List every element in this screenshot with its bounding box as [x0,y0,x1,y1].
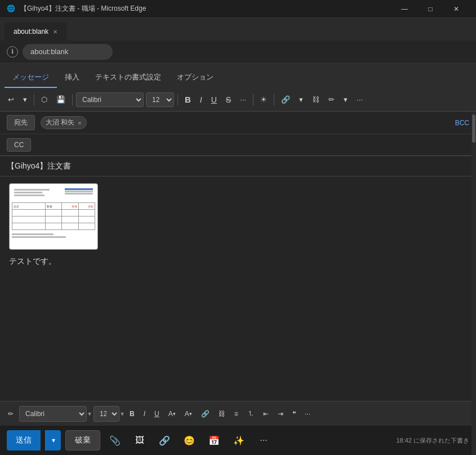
tabbar: about:blank ✕ [0,18,476,41]
maximize-button[interactable]: □ [417,0,443,18]
toolbar-separator-3 [177,94,178,105]
bottom-underline-button[interactable]: U [151,405,163,422]
titlebar: 🌐 【Gihyo4】注文書 - 職場 - Microsoft Edge — □ … [0,0,476,18]
body-text: テストです。 [9,257,467,267]
tab-insert[interactable]: 挿入 [57,68,87,88]
tab-text-format[interactable]: テキストの書式設定 [87,68,169,88]
insert-emoji-button[interactable]: 😊 [179,430,199,450]
bottom-font-dropdown[interactable]: Calibri [19,406,87,422]
more-format-button[interactable]: ··· [237,92,250,108]
close-button[interactable]: ✕ [443,0,469,18]
to-row: 宛先 大沼 和矢 × BCC [0,112,476,134]
toolbar-overflow[interactable]: ··· [353,92,366,108]
address-bar-field[interactable]: about:blank [23,44,113,60]
email-body-wrapper: 宛先 大沼 和矢 × BCC CC 【Gihyo4】注文書 [0,112,476,455]
attach-link-button[interactable]: 🔗 [278,92,293,108]
body-content[interactable]: 品名 数量 単価 金額 [0,176,476,401]
addressbar: ℹ about:blank [0,41,476,63]
toolbar-separator-4 [253,94,253,105]
attach-file-button[interactable]: 📎 [105,430,125,450]
bottom-link-button[interactable]: 🔗 [198,405,213,422]
insert-image-button[interactable]: 🖼 [130,430,150,450]
attach-link-dropdown[interactable]: ▾ [296,92,306,108]
bottom-highlight-button[interactable]: A ▾ [165,405,179,422]
font-family-dropdown[interactable]: Calibri [76,92,144,107]
toolbar-separator-1 [34,94,34,105]
bcc-button[interactable]: BCC [455,119,469,127]
bottom-indent-inc-button[interactable]: ⇥ [274,405,287,422]
font-size-dropdown[interactable]: 12 [146,92,174,107]
tab-options[interactable]: オプション [169,68,221,88]
pen-dropdown[interactable]: ▾ [340,92,351,108]
send-bar: 送信 ▾ 破棄 📎 🖼 🔗 😊 📅 ✨ ··· 18:42 に保存された下書き [0,426,476,455]
save-button[interactable]: 💾 [53,92,69,108]
email-menubar: メッセージ 挿入 テキストの書式設定 オプション [0,63,476,88]
bottom-pen-button[interactable]: ✏ [5,405,17,422]
info-button[interactable]: ℹ [7,46,18,58]
scrollbar-thumb[interactable] [472,114,475,143]
subject-field[interactable]: 【Gihyo4】注文書 [7,161,71,170]
autosave-timestamp: 18:42 に保存された下書き [396,436,469,445]
toolbar-separator-5 [274,94,274,105]
bottom-bold-button[interactable]: B [126,405,138,422]
recipient-name: 大沼 和矢 [46,118,74,127]
vertical-scrollbar[interactable] [471,112,476,455]
tab-message[interactable]: メッセージ [5,68,57,88]
pen-button[interactable]: ✏ [325,92,338,108]
bottom-numlist-button[interactable]: ⒈ [244,405,257,422]
email-compose-window: メッセージ 挿入 テキストの書式設定 オプション ↩ ▾ ⬡ 💾 Calibri… [0,63,476,455]
body-area: 品名 数量 単価 金額 [0,176,476,401]
schedule-send-button[interactable]: 📅 [204,430,224,450]
bold-button[interactable]: B [181,92,194,108]
sendbar-overflow-button[interactable]: ··· [253,430,274,450]
attachment-thumbnail[interactable]: 品名 数量 単価 金額 [9,183,98,250]
underline-button[interactable]: U [208,92,220,108]
bottom-text-color-button[interactable]: A ▾ [181,405,195,422]
send-button[interactable]: 送信 [7,430,41,450]
window-controls: — □ ✕ [392,0,469,18]
remove-recipient-button[interactable]: × [78,120,81,126]
strikethrough-button[interactable]: S [223,92,234,108]
to-button[interactable]: 宛先 [7,115,35,130]
bottom-format-toolbar: ✏ Calibri ▾ 12 ▾ B I U A ▾ A [0,401,476,426]
bottom-font-size-dropdown[interactable]: 12 [94,406,119,422]
minimize-button[interactable]: — [392,0,417,18]
window-title: 【Gihyo4】注文書 - 職場 - Microsoft Edge [20,4,392,14]
toolbar-separator-2 [72,94,73,105]
bottom-overflow-button[interactable]: ··· [301,405,314,422]
sparkle-button[interactable]: ✨ [229,430,249,450]
cc-row: CC [0,134,476,156]
bottom-indent-dec-button[interactable]: ⇤ [260,405,272,422]
recipients-area: 宛先 大沼 和矢 × BCC CC [0,112,476,156]
cc-button[interactable]: CC [7,138,31,152]
italic-button[interactable]: I [197,92,206,108]
app-icon: 🌐 [7,5,16,14]
copy-format-button[interactable]: ⬡ [38,92,51,108]
bottom-italic-button[interactable]: I [140,405,149,422]
link-button[interactable]: ⛓ [309,92,323,108]
browser-tab[interactable]: about:blank ✕ [5,23,66,41]
tab-close-button[interactable]: ✕ [53,29,57,35]
format-toolbar: ↩ ▾ ⬡ 💾 Calibri 12 B I U S ··· ☀ 🔗 ▾ ⛓ ✏… [0,88,476,112]
sensitivity-button[interactable]: ☀ [257,92,270,108]
discard-button[interactable]: 破棄 [65,430,100,450]
bottom-bullet-button[interactable]: ≡ [231,405,242,422]
undo-dropdown-button[interactable]: ▾ [20,92,30,108]
bottom-quote-button[interactable]: ❝ [289,405,299,422]
bottom-link2-button[interactable]: ⛓ [215,405,229,422]
tab-label: about:blank [14,28,48,36]
send-dropdown-button[interactable]: ▾ [45,430,61,450]
bottom-font-arrow[interactable]: ▾ [88,410,91,418]
insert-link-button[interactable]: 🔗 [154,430,175,450]
undo-button[interactable]: ↩ [5,92,17,108]
subject-area: 【Gihyo4】注文書 [0,156,476,176]
bottom-size-arrow[interactable]: ▾ [121,410,124,418]
recipient-chip: 大沼 和矢 × [41,116,87,129]
